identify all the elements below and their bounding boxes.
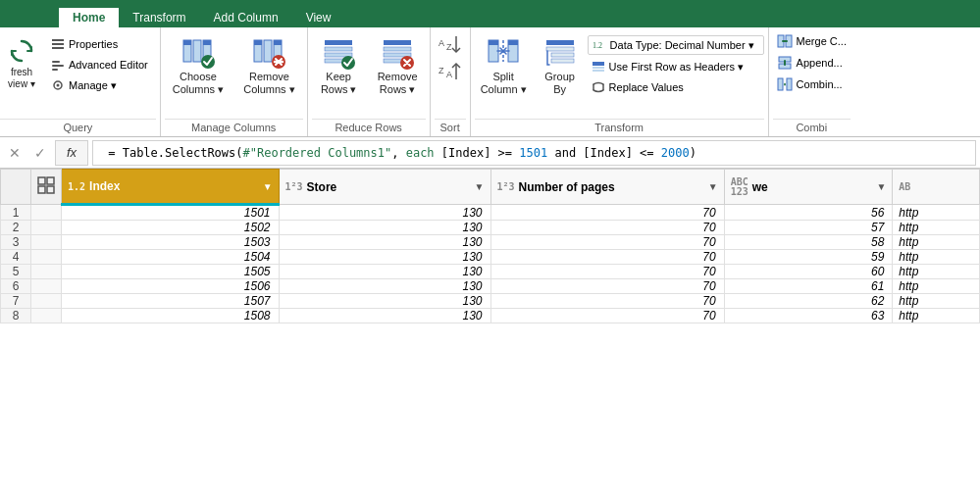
row-we: 62 [724, 294, 893, 309]
we-col-filter[interactable]: ▼ [876, 181, 886, 192]
remove-rows-icon [381, 36, 414, 70]
svg-rect-60 [47, 186, 54, 193]
ribbon-section-sort: A Z Z A S [431, 27, 471, 136]
advanced-editor-button[interactable]: Advanced Editor [47, 56, 152, 74]
row-checkbox [31, 235, 62, 250]
row-index: 1507 [62, 294, 280, 309]
row-number: 6 [1, 279, 31, 294]
col-header-we[interactable]: ABC123 we ▼ [724, 170, 893, 205]
row-store: 130 [279, 235, 490, 250]
split-column-button[interactable]: SplitColumn ▾ [475, 31, 533, 100]
keep-rows-button[interactable]: KeepRows ▾ [312, 31, 366, 100]
formula-and: and [Index] <= [547, 146, 661, 160]
choose-columns-button[interactable]: ChooseColumns ▾ [165, 31, 232, 100]
keep-rows-icon [322, 36, 355, 70]
manage-icon [51, 78, 65, 92]
sort-az-icon: A Z [438, 34, 462, 54]
svg-rect-59 [38, 186, 45, 193]
table-row: 5 1505 130 70 60 http [1, 265, 980, 279]
data-type-label: Data Type: Decimal Number ▾ [610, 39, 754, 52]
split-column-label: SplitColumn ▾ [481, 71, 527, 96]
col-header-partial[interactable]: AB [893, 170, 980, 205]
properties-button[interactable]: Properties [47, 35, 152, 53]
row-store: 130 [279, 250, 490, 265]
row-last: http [893, 265, 980, 279]
fx-label: fx [55, 140, 88, 166]
svg-rect-3 [52, 61, 60, 63]
merge-label: Merge C... [797, 35, 847, 47]
cancel-button[interactable]: ✕ [4, 142, 26, 164]
store-col-filter[interactable]: ▼ [475, 181, 485, 192]
row-index: 1508 [62, 309, 280, 323]
svg-rect-39 [489, 40, 498, 45]
table-row: 4 1504 130 70 59 http [1, 250, 980, 265]
merge-button[interactable]: Merge C... [773, 31, 851, 51]
svg-rect-46 [593, 62, 604, 66]
combine-label: Combin... [797, 78, 843, 90]
row-checkbox [31, 279, 62, 294]
svg-rect-15 [264, 40, 272, 62]
data-type-button[interactable]: 1.2 Data Type: Decimal Number ▾ [588, 35, 764, 55]
row-we: 60 [724, 265, 893, 279]
table-row: 3 1503 130 70 58 http [1, 235, 980, 250]
remove-columns-icon [252, 36, 285, 70]
row-last: http [893, 309, 980, 323]
col-header-pages[interactable]: 1²3 Number of pages ▼ [490, 170, 724, 205]
row-pages: 70 [490, 279, 724, 294]
row-index: 1502 [62, 221, 280, 235]
svg-text:A: A [438, 38, 444, 48]
col-header-all[interactable] [31, 170, 62, 205]
remove-columns-button[interactable]: RemoveColumns ▾ [235, 31, 302, 100]
partial-col-type: AB [899, 181, 910, 192]
svg-rect-5 [52, 69, 58, 71]
replace-values-button[interactable]: Replace Values [588, 78, 764, 96]
index-col-filter[interactable]: ▼ [263, 181, 273, 192]
svg-text:Z: Z [438, 66, 444, 75]
col-header-store[interactable]: 1²3 Store ▼ [279, 170, 490, 205]
row-pages: 70 [490, 205, 724, 221]
sort-za-icon: Z A [438, 62, 462, 81]
group-by-button[interactable]: GroupBy [537, 31, 584, 100]
combine-section-label: Combi [773, 119, 851, 136]
ribbon-section-combine: Merge C... Append... [769, 27, 854, 136]
svg-rect-12 [203, 40, 211, 45]
formula-input: = Table.SelectRows( #"Reordered Columns1… [92, 140, 976, 166]
tab-home[interactable]: Home [59, 8, 119, 27]
first-row-headers-button[interactable]: Use First Row as Headers ▾ [588, 58, 764, 75]
remove-rows-button[interactable]: RemoveRows ▾ [370, 31, 426, 100]
manage-button[interactable]: Manage ▾ [47, 76, 152, 94]
tab-add-column[interactable]: Add Column [200, 8, 292, 27]
table-row: 2 1502 130 70 57 http [1, 221, 980, 235]
row-index: 1505 [62, 265, 280, 279]
svg-rect-9 [193, 40, 201, 62]
svg-rect-25 [384, 40, 411, 45]
svg-rect-43 [551, 53, 574, 57]
sort-az-button[interactable]: A Z [435, 31, 466, 57]
col-header-index[interactable]: 1.2 Index ▼ [62, 170, 280, 205]
advanced-editor-icon [51, 58, 65, 72]
tab-transform[interactable]: Transform [119, 8, 199, 27]
table-row: 7 1507 130 70 62 http [1, 294, 980, 309]
sort-za-button[interactable]: Z A [435, 59, 466, 84]
append-button[interactable]: Append... [773, 53, 851, 73]
svg-rect-58 [47, 177, 54, 184]
merge-icon [777, 33, 793, 49]
row-checkbox [31, 205, 62, 221]
store-col-type: 1²3 [285, 181, 303, 192]
transform-section-label: Transform [475, 119, 764, 136]
combine-button[interactable]: Combin... [773, 75, 851, 94]
row-we: 58 [724, 235, 893, 250]
row-we: 56 [724, 205, 893, 221]
data-table: 1.2 Index ▼ 1²3 Store [0, 169, 980, 323]
refresh-button[interactable]: freshview ▾ [0, 31, 43, 94]
svg-rect-57 [38, 177, 45, 184]
properties-label: Properties [69, 38, 118, 50]
row-last: http [893, 250, 980, 265]
col-header-row-num [1, 170, 31, 205]
row-pages: 70 [490, 221, 724, 235]
pages-col-filter[interactable]: ▼ [708, 181, 718, 192]
row-last: http [893, 205, 980, 221]
choose-columns-icon [181, 36, 215, 70]
tab-view[interactable]: View [292, 8, 345, 27]
confirm-button[interactable]: ✓ [29, 142, 51, 164]
